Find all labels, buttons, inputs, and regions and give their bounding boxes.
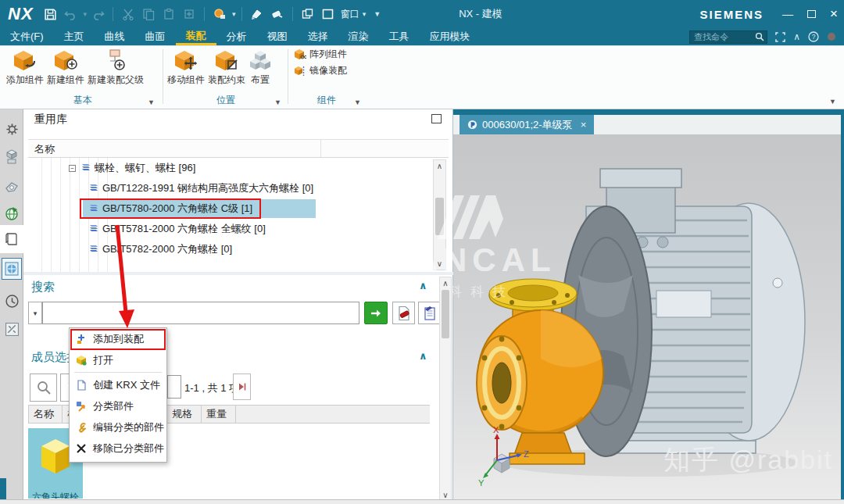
pattern-component-button[interactable]: 阵列组件 [291, 46, 363, 63]
add-component-button[interactable]: 添加组件 [5, 46, 45, 87]
window-icon[interactable] [319, 5, 338, 23]
tab-close-icon[interactable]: × [581, 119, 587, 130]
knowledge-fusion-icon[interactable] [2, 258, 22, 280]
group-label-basic[interactable]: 基本 [5, 94, 161, 107]
clear-search-button[interactable] [392, 302, 415, 324]
group-dialog-launcher-icon[interactable]: ▼ [274, 98, 281, 106]
tree-scrollbar[interactable]: ∧ ∨ [433, 159, 446, 270]
save-icon[interactable] [41, 5, 60, 23]
col-spec[interactable]: 规格 [167, 405, 202, 424]
last-page-button[interactable] [233, 374, 251, 400]
tab-analysis[interactable]: 分析 [216, 28, 257, 45]
cascade-windows-icon[interactable] [299, 5, 317, 23]
assembly-navigator-icon[interactable] [0, 144, 23, 170]
tab-assembly[interactable]: 装配 [176, 28, 216, 45]
mirror-assembly-button[interactable]: 镜像装配 [291, 63, 363, 79]
touch-mode-icon[interactable] [210, 5, 229, 23]
redo-icon[interactable] [88, 5, 107, 23]
new-assembly-parent-button[interactable]: 新建装配父级 [86, 46, 145, 87]
assembly-constraints-button[interactable]: 装配约束 [206, 46, 247, 87]
group-dialog-launcher-icon[interactable]: ▼ [148, 98, 155, 106]
feature-paint-icon[interactable] [248, 5, 266, 23]
col-name[interactable]: 名称 [28, 405, 63, 424]
orientation-triad[interactable]: X Z Y [477, 426, 531, 487]
copy-icon[interactable] [139, 5, 158, 23]
tab-tools[interactable]: 工具 [379, 28, 420, 45]
tree-item-gbt5780-selected[interactable]: GB/T5780-2000 六角螺栓 C级 [1] [28, 198, 431, 219]
scroll-up-icon[interactable]: ∧ [434, 162, 445, 170]
search-input[interactable] [42, 302, 359, 324]
tree-item-gbt5782[interactable]: GB/T5782-2000 六角螺栓 [0] [28, 239, 431, 259]
command-search-input[interactable] [692, 31, 755, 42]
tab-render[interactable]: 渲染 [338, 28, 379, 45]
menu-item-remove-classified[interactable]: 移除已分类部件 [70, 438, 166, 459]
menu-item-classify-part[interactable]: 分类部件 [70, 395, 166, 416]
menu-item-edit-classified[interactable]: 编辑分类的部件 [70, 416, 166, 438]
tree-item-gbt5781[interactable]: GB/T5781-2000 六角螺栓 全螺纹 [0] [28, 219, 431, 239]
tab-home[interactable]: 主页 [54, 28, 95, 45]
undock-panel-icon[interactable] [431, 114, 442, 123]
web-browser-icon[interactable] [0, 200, 23, 227]
tree-item-bolts-folder[interactable]: − 螺栓、螺钉、螺柱 [96] [28, 158, 431, 178]
constraint-navigator-icon[interactable] [0, 173, 23, 199]
reuse-library-icon[interactable] [0, 225, 23, 253]
fullscreen-icon[interactable] [775, 32, 785, 42]
run-search-button[interactable] [364, 302, 388, 324]
user-status-icon[interactable] [827, 32, 836, 41]
document-tab[interactable]: 000630/01;2-单级泵 × [460, 115, 594, 134]
tab-select[interactable]: 选择 [298, 28, 338, 45]
tab-surface[interactable]: 曲面 [135, 28, 176, 45]
window-menu-label[interactable]: 窗口 [341, 8, 359, 21]
undo-dropdown-icon[interactable]: ▾ [84, 10, 88, 18]
group-dialog-launcher-icon[interactable]: ▼ [354, 98, 361, 106]
collapse-expander-icon[interactable]: − [69, 165, 76, 172]
scroll-up-icon[interactable]: ∧ [440, 279, 451, 288]
scroll-down-icon[interactable]: ∨ [440, 491, 451, 499]
new-component-button[interactable]: 新建组件 [45, 46, 86, 87]
command-finder[interactable] [689, 30, 767, 44]
tree-column-header[interactable]: 名称 [28, 139, 449, 158]
tab-curve[interactable]: 曲线 [95, 28, 135, 45]
column-divider[interactable] [320, 140, 321, 157]
panel-scrollbar[interactable]: ∧ ∨ [439, 277, 452, 502]
help-icon[interactable]: ? [808, 31, 819, 42]
paste-special-icon[interactable] [180, 5, 198, 23]
minimize-button[interactable]: — [782, 8, 793, 20]
undo-icon[interactable] [62, 5, 80, 23]
paste-icon[interactable] [159, 5, 178, 23]
collapse-search-icon[interactable]: ∧ [419, 280, 427, 291]
group-label-position[interactable]: 位置 [166, 94, 286, 107]
gear-icon[interactable] [0, 116, 23, 142]
touch-mode-dropdown-icon[interactable]: ▾ [232, 10, 236, 18]
cut-icon[interactable] [119, 5, 138, 23]
edit-search-criteria-button[interactable] [418, 302, 441, 324]
close-button[interactable]: × [830, 6, 838, 22]
qat-customize-icon[interactable]: ▼ [374, 10, 381, 18]
move-component-button[interactable]: 移动组件 [166, 46, 206, 87]
window-menu-dropdown-icon[interactable]: ▾ [363, 10, 367, 18]
history-icon[interactable] [0, 288, 23, 314]
feature-eraser-icon[interactable] [268, 5, 287, 23]
menu-item-open[interactable]: 打开 [70, 349, 166, 370]
tab-view[interactable]: 视图 [257, 28, 298, 45]
tree-item-gbt1228[interactable]: GB/T1228-1991 钢结构用高强度大六角螺栓 [0] [28, 178, 431, 198]
scrollbar-thumb[interactable] [435, 198, 444, 235]
member-search-button[interactable] [30, 374, 57, 402]
tab-file[interactable]: 文件(F) [0, 28, 54, 45]
col-weight[interactable]: 重量 [202, 405, 236, 424]
tab-application[interactable]: 应用模块 [420, 28, 481, 45]
scrollbar-thumb[interactable] [442, 290, 449, 338]
ribbon-overflow-icon[interactable]: ▼ [829, 98, 836, 105]
graphics-window[interactable]: X Z Y 知乎 @rabbit [453, 134, 844, 500]
menu-item-add-to-assembly[interactable]: 添加到装配 [70, 328, 166, 349]
maximize-button[interactable] [807, 10, 816, 18]
arrangements-button[interactable]: 布置 [247, 46, 274, 87]
group-label-component[interactable]: 组件 [291, 94, 363, 107]
search-options-dropdown[interactable]: ▾ [28, 302, 42, 324]
scroll-down-icon[interactable]: ∨ [434, 259, 445, 268]
minimize-ribbon-icon[interactable]: ∧ [793, 31, 800, 42]
page-number-input[interactable] [167, 375, 181, 399]
roles-tools-icon[interactable] [0, 316, 23, 342]
menu-item-create-krx[interactable]: 创建 KRX 文件 [70, 374, 166, 395]
collapse-member-icon[interactable]: ∧ [419, 350, 427, 362]
